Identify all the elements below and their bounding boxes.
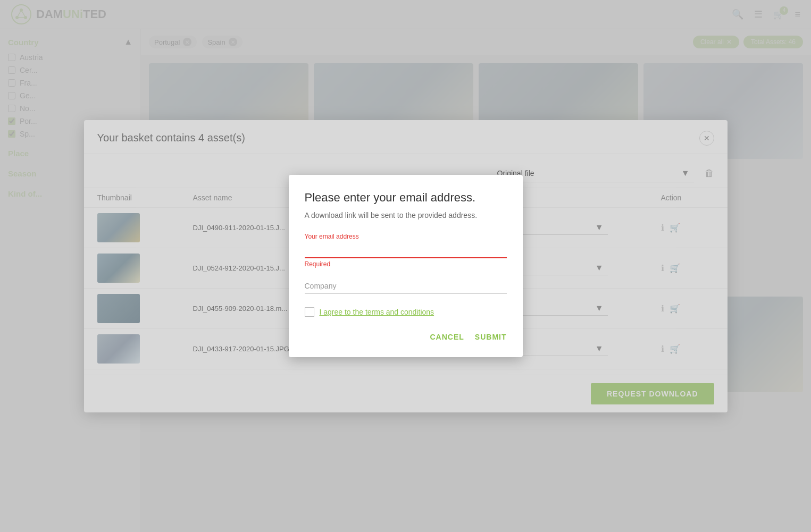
terms-link[interactable]: I agree to the terms and conditions <box>320 308 434 316</box>
dialog-buttons: CANCEL SUBMIT <box>305 333 507 341</box>
email-dialog-subtitle: A download link will be sent to the prov… <box>305 211 507 219</box>
company-input[interactable] <box>305 278 507 294</box>
email-dialog: Please enter your email address. A downl… <box>289 175 523 357</box>
submit-button[interactable]: SUBMIT <box>475 333 507 341</box>
cancel-button[interactable]: CANCEL <box>430 333 464 341</box>
email-label: Your email address <box>305 233 507 240</box>
terms-row: I agree to the terms and conditions <box>305 307 507 317</box>
required-text: Required <box>305 260 507 268</box>
email-dialog-title: Please enter your email address. <box>305 191 507 205</box>
email-input[interactable] <box>305 242 507 258</box>
terms-checkbox[interactable] <box>305 307 314 317</box>
email-dialog-overlay: Please enter your email address. A downl… <box>0 0 811 532</box>
